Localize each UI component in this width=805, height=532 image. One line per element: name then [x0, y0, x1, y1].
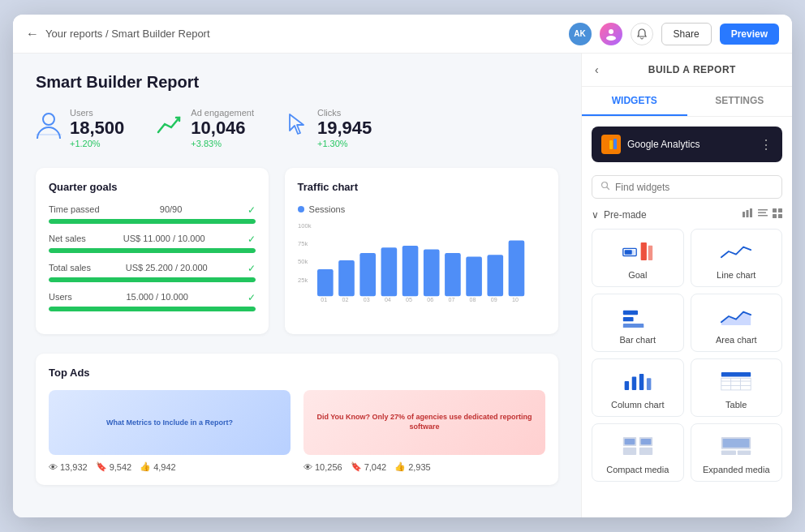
clicks-icon-2: 🔖	[351, 461, 362, 472]
svg-text:10: 10	[512, 297, 519, 302]
widget-table[interactable]: Table	[691, 358, 783, 417]
goal-total-label: Total sales	[49, 263, 91, 274]
view-text-icon[interactable]	[758, 208, 768, 221]
tab-settings[interactable]: SETTINGS	[687, 87, 793, 116]
tab-widgets[interactable]: WIDGETS	[582, 87, 687, 116]
svg-text:09: 09	[490, 297, 497, 302]
svg-rect-12	[402, 246, 418, 296]
notification-button[interactable]	[631, 23, 653, 45]
svg-rect-29	[609, 140, 613, 149]
share-button[interactable]: Share	[661, 23, 712, 45]
widget-area-chart-name: Area chart	[716, 335, 757, 345]
svg-rect-65	[624, 439, 635, 444]
stat-engagement-label: Ad engagement	[191, 108, 254, 118]
ad-views-value-2: 10,256	[315, 462, 342, 472]
view-bar-icon[interactable]	[742, 208, 753, 221]
widget-bar-chart-name: Bar chart	[619, 335, 656, 345]
stat-users-body: Users 18,500 +1.20%	[70, 108, 124, 148]
widget-line-chart[interactable]: Line chart	[691, 229, 783, 287]
svg-rect-68	[723, 439, 750, 448]
main-content: Smart Builder Report Users 18,500 +1	[13, 54, 792, 517]
widget-compact-media[interactable]: Compact media	[592, 423, 684, 482]
ads-row: What Metrics to Include in a Report? 👁 1…	[49, 390, 545, 472]
goal-time-passed: Time passed 90/90 ✓	[49, 204, 256, 224]
top-bar-right: AK Share Preview	[569, 23, 779, 45]
goal-net-check: ✓	[248, 234, 256, 245]
ad-likes-2: 👍 2,935	[394, 461, 431, 472]
back-button[interactable]: ←	[26, 27, 39, 41]
ad-clicks-value-1: 9,542	[110, 462, 132, 472]
svg-text:06: 06	[427, 297, 433, 302]
svg-rect-51	[624, 381, 628, 390]
svg-rect-28	[605, 143, 609, 149]
goal-users: Users 15.000 / 10.000 ✓	[49, 292, 256, 311]
svg-rect-36	[758, 209, 768, 211]
goal-net-value: US$ 11.000 / 10.000	[123, 234, 205, 245]
report-area: Smart Builder Report Users 18,500 +1	[13, 54, 581, 517]
goal-time-check: ✓	[248, 204, 256, 216]
top-bar: ← Your reports / Smart Builder Report AK…	[13, 15, 792, 54]
widget-expanded-media[interactable]: Expanded media	[691, 423, 783, 482]
panel-back-button[interactable]: ‹	[595, 63, 599, 76]
premade-icons	[742, 208, 782, 221]
goal-total-value: US$ 25.200 / 20.000	[126, 263, 208, 274]
svg-rect-17	[508, 240, 524, 296]
top-bar-left: ← Your reports / Smart Builder Report	[26, 27, 559, 41]
preview-button[interactable]: Preview	[720, 24, 779, 45]
svg-rect-64	[639, 448, 652, 455]
goal-net-label: Net sales	[49, 234, 86, 245]
ad-image-1: What Metrics to Include in a Report?	[49, 390, 291, 455]
svg-rect-46	[640, 242, 646, 260]
bar-chart-widget-icon	[622, 304, 654, 328]
traffic-chart-title: Traffic chart	[298, 181, 545, 193]
widget-goal[interactable]: Goal	[592, 229, 684, 287]
widget-table-name: Table	[725, 400, 747, 410]
svg-line-32	[607, 187, 609, 190]
line-chart-widget-icon	[720, 239, 752, 264]
views-icon-2: 👁	[303, 462, 312, 472]
avatar-user	[600, 23, 622, 45]
ad-likes-1: 👍 4,942	[140, 461, 176, 472]
ad-text-1: What Metrics to Include in a Report?	[100, 412, 239, 433]
traffic-chart: Traffic chart Sessions 100k 75k 50k 25k	[285, 168, 558, 334]
report-title: Smart Builder Report	[36, 73, 558, 92]
view-grid-icon[interactable]	[773, 208, 782, 221]
widget-bar-chart[interactable]: Bar chart	[592, 294, 684, 352]
premade-toggle[interactable]: ∨	[592, 209, 599, 221]
ad-image-2: Did You Know? Only 27% of agencies use d…	[303, 390, 545, 455]
legend-dot	[298, 206, 304, 212]
svg-text:07: 07	[448, 297, 454, 302]
svg-rect-39	[773, 208, 777, 212]
search-input[interactable]	[615, 182, 773, 193]
svg-rect-15	[466, 256, 482, 296]
ga-menu-button[interactable]: ⋮	[760, 137, 773, 152]
svg-rect-41	[773, 214, 777, 218]
svg-text:01: 01	[321, 297, 327, 302]
stat-clicks-change: +1.30%	[317, 139, 372, 148]
svg-rect-13	[423, 250, 439, 297]
svg-point-0	[609, 29, 613, 34]
goal-total-sales: Total sales US$ 25.200 / 20.000 ✓	[49, 263, 256, 282]
ga-icon	[601, 135, 621, 154]
svg-text:75k: 75k	[298, 240, 308, 247]
likes-icon-1: 👍	[140, 461, 151, 472]
svg-text:02: 02	[342, 297, 348, 302]
chart-legend: Sessions	[298, 204, 545, 214]
chart-svg: 100k 75k 50k 25k	[298, 221, 545, 302]
goal-net-header: Net sales US$ 11.000 / 10.000 ✓	[49, 234, 256, 245]
svg-text:05: 05	[406, 297, 412, 302]
widget-area-chart[interactable]: Area chart	[691, 294, 783, 352]
widget-column-chart[interactable]: Column chart	[592, 358, 684, 417]
goal-net-sales: Net sales US$ 11.000 / 10.000 ✓	[49, 234, 256, 253]
column-chart-widget-icon	[622, 369, 654, 393]
stat-engagement-value: 10,046	[191, 119, 254, 137]
views-icon: 👁	[49, 462, 58, 472]
clicks-icon-1: 🔖	[96, 461, 107, 472]
svg-rect-50	[623, 324, 644, 328]
top-ads-title: Top Ads	[49, 367, 545, 379]
stat-engagement-body: Ad engagement 10,046 +3.83%	[191, 108, 254, 148]
svg-rect-48	[623, 311, 638, 315]
svg-rect-52	[631, 377, 635, 390]
two-col-section: Quarter goals Time passed 90/90 ✓ Net sa…	[36, 168, 558, 334]
svg-rect-37	[758, 212, 766, 214]
